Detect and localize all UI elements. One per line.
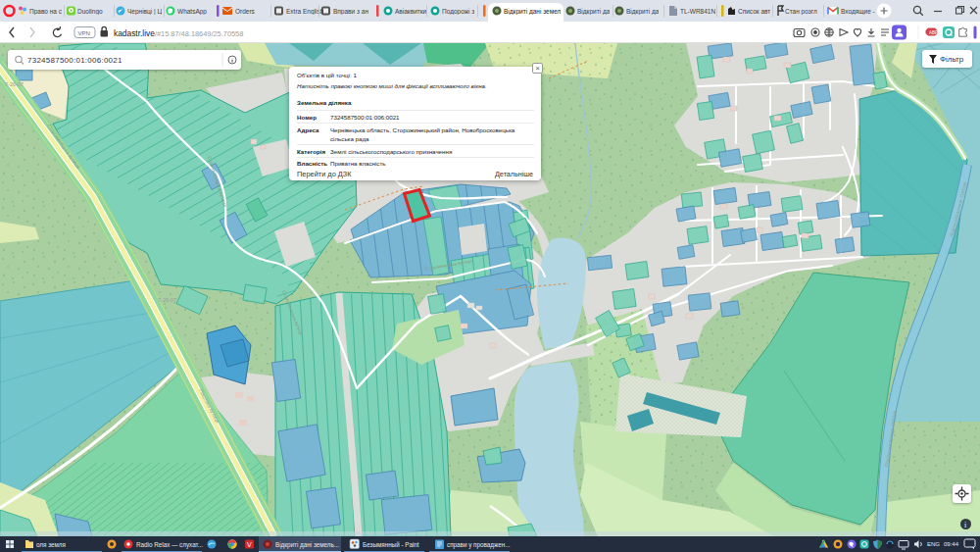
svg-text:7-26-07: 7-26-07 xyxy=(158,297,176,303)
svg-text:kadastr.live/#15.87/48.18649/2: kadastr.live/#15.87/48.18649/25.70558 xyxy=(114,28,243,38)
svg-text:7-26-07: 7-26-07 xyxy=(5,81,24,87)
svg-text:ABP: ABP xyxy=(929,30,938,35)
svg-text:VPN: VPN xyxy=(78,30,90,36)
svg-text:V: V xyxy=(247,541,252,548)
